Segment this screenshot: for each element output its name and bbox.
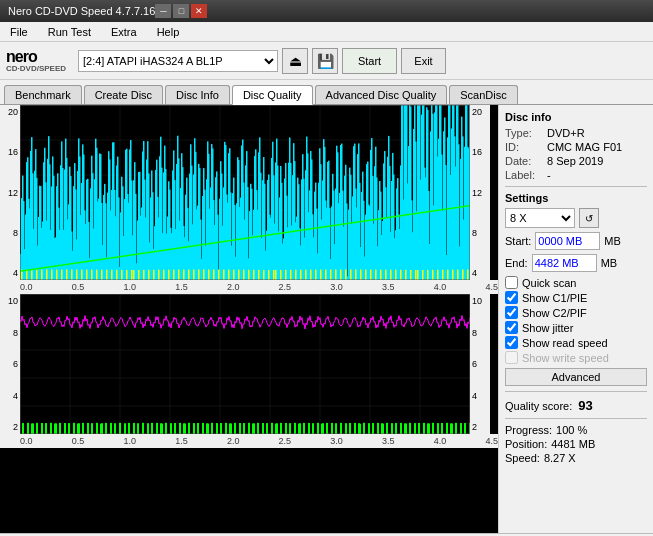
show-write-speed-checkbox[interactable] xyxy=(505,351,518,364)
tab-benchmark[interactable]: Benchmark xyxy=(4,85,82,104)
settings-title: Settings xyxy=(505,192,647,204)
divider-3 xyxy=(505,418,647,419)
show-c2pif-row: Show C2/PIF xyxy=(505,306,647,319)
id-label: ID: xyxy=(505,141,543,153)
quality-score-row: Quality score: 93 xyxy=(505,398,647,413)
show-jitter-checkbox[interactable] xyxy=(505,321,518,334)
position-row: Position: 4481 MB xyxy=(505,438,647,450)
type-value: DVD+R xyxy=(547,127,585,139)
menu-file[interactable]: File xyxy=(4,25,34,39)
show-read-speed-row: Show read speed xyxy=(505,336,647,349)
top-chart-wrapper: 20161284 20161284 xyxy=(0,105,498,280)
position-value: 4481 MB xyxy=(551,438,595,450)
show-c1pie-row: Show C1/PIE xyxy=(505,291,647,304)
show-write-speed-label: Show write speed xyxy=(522,352,609,364)
tab-create-disc[interactable]: Create Disc xyxy=(84,85,163,104)
date-value: 8 Sep 2019 xyxy=(547,155,603,167)
refresh-icon[interactable]: ↺ xyxy=(579,208,599,228)
label-value: - xyxy=(547,169,551,181)
disc-info-title: Disc info xyxy=(505,111,647,123)
speed-label: Speed: xyxy=(505,452,540,464)
minimize-button[interactable]: ─ xyxy=(155,4,171,18)
show-write-speed-row: Show write speed xyxy=(505,351,647,364)
menu-extra[interactable]: Extra xyxy=(105,25,143,39)
right-panel: Disc info Type: DVD+R ID: CMC MAG F01 Da… xyxy=(498,105,653,533)
quick-scan-checkbox[interactable] xyxy=(505,276,518,289)
speed-value: 8.27 X xyxy=(544,452,576,464)
quality-score-label: Quality score: xyxy=(505,400,572,412)
start-mb-label: Start: xyxy=(505,235,531,247)
quality-score-value: 93 xyxy=(578,398,592,413)
progress-value: 100 % xyxy=(556,424,587,436)
titlebar: Nero CD-DVD Speed 4.7.7.16 ─ □ ✕ xyxy=(0,0,653,22)
save-icon[interactable]: 💾 xyxy=(312,48,338,74)
tab-scandisc[interactable]: ScanDisc xyxy=(449,85,517,104)
bottom-x-axis: 0.00.51.01.52.02.53.03.54.04.5 xyxy=(0,434,498,448)
tabs: Benchmark Create Disc Disc Info Disc Qua… xyxy=(0,80,653,105)
end-mb-unit: MB xyxy=(601,257,618,269)
bottom-right-y-axis: 108642 xyxy=(470,294,490,434)
menu-help[interactable]: Help xyxy=(151,25,186,39)
bottom-chart-wrapper: 108642 108642 xyxy=(0,294,498,434)
bottom-y-axis: 108642 xyxy=(0,294,20,434)
start-mb-input[interactable] xyxy=(535,232,600,250)
type-label: Type: xyxy=(505,127,543,139)
start-button[interactable]: Start xyxy=(342,48,397,74)
speed-row: 8 X ↺ xyxy=(505,208,647,228)
app-title: Nero CD-DVD Speed 4.7.7.16 xyxy=(8,5,155,17)
main-area: 20161284 20161284 0.00.51.01.52.02.53.03… xyxy=(0,105,653,533)
start-mb-unit: MB xyxy=(604,235,621,247)
show-c1pie-checkbox[interactable] xyxy=(505,291,518,304)
position-label: Position: xyxy=(505,438,547,450)
id-value: CMC MAG F01 xyxy=(547,141,622,153)
exit-button[interactable]: Exit xyxy=(401,48,446,74)
nero-logo: nero CD·DVD/SPEED xyxy=(6,49,66,73)
tab-disc-quality[interactable]: Disc Quality xyxy=(232,85,313,105)
drive-select[interactable]: [2:4] ATAPI iHAS324 A BL1P xyxy=(78,50,278,72)
top-x-axis: 0.00.51.01.52.02.53.03.54.04.5 xyxy=(0,280,498,294)
menubar: File Run Test Extra Help xyxy=(0,22,653,42)
progress-label: Progress: xyxy=(505,424,552,436)
end-mb-row: End: MB xyxy=(505,254,647,272)
top-chart-canvas xyxy=(20,105,470,280)
show-jitter-label: Show jitter xyxy=(522,322,573,334)
show-c1pie-label: Show C1/PIE xyxy=(522,292,587,304)
show-read-speed-label: Show read speed xyxy=(522,337,608,349)
top-right-y-axis: 20161284 xyxy=(470,105,490,280)
toolbar: nero CD·DVD/SPEED [2:4] ATAPI iHAS324 A … xyxy=(0,42,653,80)
bottom-chart-canvas xyxy=(20,294,470,434)
end-mb-label: End: xyxy=(505,257,528,269)
end-mb-input[interactable] xyxy=(532,254,597,272)
eject-icon[interactable]: ⏏ xyxy=(282,48,308,74)
date-label: Date: xyxy=(505,155,543,167)
advanced-button[interactable]: Advanced xyxy=(505,368,647,386)
quick-scan-label: Quick scan xyxy=(522,277,576,289)
divider-2 xyxy=(505,391,647,392)
divider-1 xyxy=(505,186,647,187)
show-c2pif-checkbox[interactable] xyxy=(505,306,518,319)
speed-row-2: Speed: 8.27 X xyxy=(505,452,647,464)
chart-area: 20161284 20161284 0.00.51.01.52.02.53.03… xyxy=(0,105,498,533)
top-y-axis: 20161284 xyxy=(0,105,20,280)
tab-advanced-disc-quality[interactable]: Advanced Disc Quality xyxy=(315,85,448,104)
menu-run-test[interactable]: Run Test xyxy=(42,25,97,39)
speed-select[interactable]: 8 X xyxy=(505,208,575,228)
start-mb-row: Start: MB xyxy=(505,232,647,250)
maximize-button[interactable]: □ xyxy=(173,4,189,18)
close-button[interactable]: ✕ xyxy=(191,4,207,18)
progress-row: Progress: 100 % xyxy=(505,424,647,436)
show-read-speed-checkbox[interactable] xyxy=(505,336,518,349)
show-jitter-row: Show jitter xyxy=(505,321,647,334)
quick-scan-row: Quick scan xyxy=(505,276,647,289)
show-c2pif-label: Show C2/PIF xyxy=(522,307,587,319)
label-label: Label: xyxy=(505,169,543,181)
tab-disc-info[interactable]: Disc Info xyxy=(165,85,230,104)
